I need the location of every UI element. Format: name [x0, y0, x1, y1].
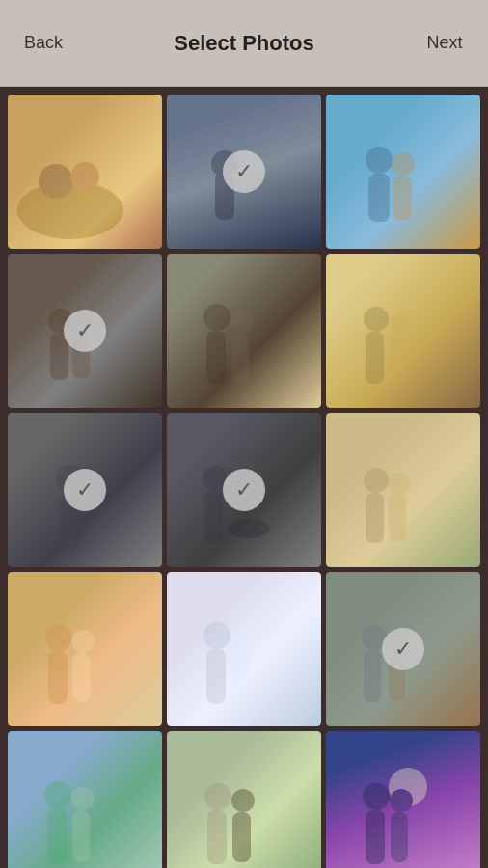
check-circle: ✓: [382, 628, 424, 670]
header: Back Select Photos Next: [0, 0, 488, 87]
svg-point-2: [70, 162, 99, 191]
svg-point-19: [390, 312, 411, 334]
checkmark-icon: ✓: [76, 479, 94, 501]
photo-cell[interactable]: ✓: [8, 413, 162, 567]
photo-grid: ✓✓✓✓✓: [0, 87, 488, 868]
photo-thumbnail: [326, 254, 480, 408]
svg-rect-54: [391, 812, 408, 862]
checkmark-icon: ✓: [76, 320, 94, 341]
check-circle: ✓: [64, 469, 106, 511]
photo-cell[interactable]: ✓: [8, 254, 162, 408]
page-title: Select Photos: [87, 31, 401, 56]
selected-overlay: ✓: [326, 572, 480, 726]
checkmark-icon: ✓: [394, 638, 412, 660]
svg-rect-29: [389, 494, 406, 541]
check-circle: ✓: [64, 310, 106, 352]
svg-point-46: [204, 783, 231, 810]
svg-rect-43: [47, 808, 67, 864]
svg-rect-35: [206, 649, 226, 704]
selected-overlay: ✓: [167, 95, 321, 249]
photo-cell[interactable]: [8, 731, 162, 868]
svg-rect-31: [48, 651, 68, 704]
svg-point-51: [363, 783, 390, 810]
svg-rect-37: [231, 651, 249, 702]
photo-thumbnail: [167, 572, 321, 726]
svg-point-1: [39, 164, 73, 199]
svg-point-17: [364, 307, 389, 332]
svg-rect-33: [72, 653, 91, 702]
selected-overlay: ✓: [8, 254, 162, 408]
svg-point-32: [71, 630, 95, 653]
svg-rect-18: [366, 332, 384, 384]
svg-point-26: [364, 468, 389, 493]
svg-point-34: [203, 622, 230, 649]
back-button[interactable]: Back: [0, 0, 87, 87]
photo-thumbnail: [167, 254, 321, 408]
photo-cell[interactable]: [326, 254, 480, 408]
svg-point-13: [203, 304, 230, 331]
svg-rect-27: [366, 493, 384, 543]
svg-rect-20: [390, 334, 407, 382]
photo-cell[interactable]: [167, 572, 321, 726]
svg-rect-14: [206, 331, 226, 384]
photo-thumbnail: [167, 731, 321, 868]
photo-thumbnail: [326, 95, 480, 249]
svg-rect-16: [231, 333, 249, 384]
checkmark-icon: ✓: [235, 479, 253, 501]
svg-point-42: [44, 781, 71, 808]
photo-thumbnail: [8, 572, 162, 726]
next-button[interactable]: Next: [401, 0, 488, 87]
svg-point-15: [230, 310, 254, 333]
svg-rect-45: [72, 810, 90, 862]
check-circle: ✓: [223, 150, 265, 193]
photo-thumbnail: [326, 413, 480, 567]
svg-rect-8: [393, 176, 412, 220]
photo-thumbnail: [8, 95, 162, 249]
svg-point-7: [392, 152, 415, 176]
svg-point-44: [71, 787, 95, 810]
svg-rect-52: [366, 810, 385, 864]
photo-cell[interactable]: [8, 572, 162, 726]
photo-cell[interactable]: [326, 413, 480, 567]
check-circle: ✓: [223, 469, 265, 511]
photo-cell[interactable]: ✓: [167, 95, 321, 249]
photo-thumbnail: [326, 731, 480, 868]
svg-rect-6: [368, 174, 390, 222]
svg-point-36: [230, 628, 254, 651]
svg-point-30: [45, 624, 72, 651]
svg-point-5: [366, 147, 393, 174]
selected-overlay: ✓: [167, 413, 321, 567]
photo-thumbnail: [8, 731, 162, 868]
svg-point-28: [389, 473, 410, 494]
svg-point-48: [231, 789, 255, 812]
photo-cell[interactable]: [167, 731, 321, 868]
svg-point-53: [390, 789, 413, 812]
svg-rect-47: [207, 810, 227, 864]
photo-cell[interactable]: [8, 95, 162, 249]
photo-cell[interactable]: [326, 731, 480, 868]
svg-rect-49: [232, 812, 251, 862]
photo-cell[interactable]: [326, 95, 480, 249]
checkmark-icon: ✓: [235, 161, 253, 182]
photo-cell[interactable]: ✓: [167, 413, 321, 567]
photo-cell[interactable]: ✓: [326, 572, 480, 726]
selected-overlay: ✓: [8, 413, 162, 567]
photo-cell[interactable]: [167, 254, 321, 408]
